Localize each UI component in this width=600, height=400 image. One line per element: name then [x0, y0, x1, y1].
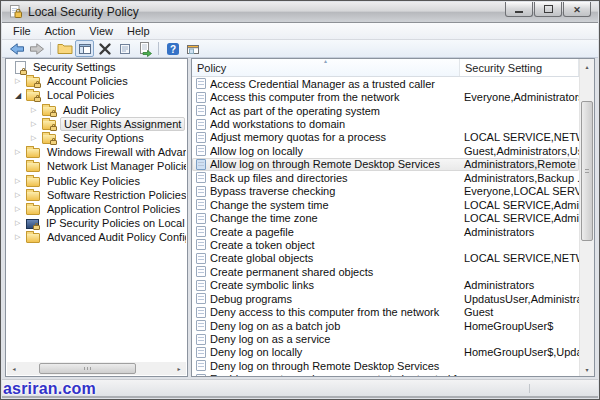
- back-button[interactable]: [7, 40, 26, 57]
- column-header-security-setting[interactable]: Security Setting: [460, 59, 579, 76]
- list-row-bypass-traverse-checking[interactable]: Bypass traverse checkingEveryone,LOCAL S…: [192, 185, 579, 198]
- policy-document-icon: [196, 360, 206, 371]
- tree-item-account-policies[interactable]: ▷Account Policies: [7, 74, 186, 88]
- tree-item-local-policies[interactable]: ◢Local Policies: [7, 88, 186, 102]
- list-row-change-the-system-time[interactable]: Change the system timeLOCAL SERVICE,Admi…: [192, 198, 579, 211]
- tree-item-advanced-audit-policy-configuration[interactable]: ▷Advanced Audit Policy Configuration: [7, 230, 186, 244]
- collapsed-expander-icon[interactable]: ▷: [15, 233, 26, 241]
- sort-ascending-icon: ▴: [324, 59, 327, 64]
- policy-document-icon: [196, 145, 206, 156]
- collapsed-expander-icon[interactable]: ▷: [15, 205, 26, 213]
- scroll-up-arrow-icon[interactable]: [580, 59, 594, 73]
- list-row-create-global-objects[interactable]: Create global objectsLOCAL SERVICE,NETWO…: [192, 252, 579, 265]
- help-button[interactable]: ?: [163, 40, 182, 57]
- scroll-left-arrow-icon[interactable]: [7, 362, 21, 375]
- list-row-access-credential-manager-as-a-trusted-cal[interactable]: Access Credential Manager as a trusted c…: [192, 77, 579, 90]
- list-row-create-permanent-shared-objects[interactable]: Create permanent shared objects: [192, 265, 579, 278]
- menu-help[interactable]: Help: [120, 24, 157, 38]
- collapsed-expander-icon[interactable]: ▷: [15, 77, 26, 85]
- export-list-button[interactable]: [135, 40, 154, 57]
- tree-item-security-settings[interactable]: Security Settings: [7, 60, 186, 74]
- menu-view[interactable]: View: [82, 24, 120, 38]
- policy-document-icon: [196, 226, 206, 237]
- horizontal-scroll-thumb[interactable]: [39, 363, 136, 374]
- vertical-scrollbar[interactable]: [579, 59, 594, 376]
- minimize-button[interactable]: [505, 2, 533, 17]
- collapsed-expander-icon[interactable]: ▷: [31, 106, 42, 114]
- lock-overlay-icon: [50, 140, 57, 145]
- policy-document-icon: [196, 186, 206, 197]
- tree-item-software-restriction-policies[interactable]: ▷Software Restriction Policies: [7, 188, 186, 202]
- tree-item-network-list-manager-policies[interactable]: Network List Manager Policies: [7, 159, 186, 173]
- collapsed-expander-icon[interactable]: ▷: [15, 191, 26, 199]
- list-row-allow-log-on-through-remote-desktop-servic[interactable]: Allow log on through Remote Desktop Serv…: [192, 158, 579, 171]
- list-row-deny-log-on-as-a-batch-job[interactable]: Deny log on as a batch jobHomeGroupUser$: [192, 319, 579, 332]
- list-row-allow-log-on-locally[interactable]: Allow log on locallyGuest,Administrators…: [192, 144, 579, 157]
- lock-overlay-icon: [50, 126, 57, 131]
- properties-button[interactable]: [115, 40, 134, 57]
- show-console-tree-button[interactable]: [75, 40, 94, 57]
- list-row-change-the-time-zone[interactable]: Change the time zoneLOCAL SERVICE,Admini…: [192, 211, 579, 224]
- policy-name: Adjust memory quotas for a process: [210, 131, 460, 143]
- menu-file[interactable]: File: [6, 24, 38, 38]
- policy-document-icon: [196, 239, 206, 250]
- list-row-add-workstations-to-domain[interactable]: Add workstations to domain: [192, 117, 579, 130]
- maximize-icon: [544, 5, 553, 13]
- list-row-create-symbolic-links[interactable]: Create symbolic linksAdministrators: [192, 279, 579, 292]
- list-row-deny-access-to-this-computer-from-the-netw[interactable]: Deny access to this computer from the ne…: [192, 305, 579, 318]
- list-row-create-a-pagefile[interactable]: Create a pagefileAdministrators: [192, 225, 579, 238]
- column-header-policy[interactable]: Policy ▴: [192, 59, 460, 76]
- tree-item-public-key-policies[interactable]: ▷Public Key Policies: [7, 174, 186, 188]
- tree-item-windows-firewall-with-advanced-security[interactable]: ▷Windows Firewall with Advanced Security: [7, 145, 186, 159]
- collapsed-expander-icon[interactable]: ▷: [31, 134, 42, 142]
- tree-item-label: Audit Policy: [60, 104, 123, 116]
- list-row-deny-log-on-through-remote-desktop-service[interactable]: Deny log on through Remote Desktop Servi…: [192, 359, 579, 372]
- policy-name: Allow log on through Remote Desktop Serv…: [210, 158, 460, 170]
- tree-item-label: Public Key Policies: [44, 175, 143, 187]
- tree-item-user-rights-assignment[interactable]: ▷User Rights Assignment: [7, 117, 186, 131]
- tree-item-ip-security-policies-on-local-computer[interactable]: ▷IP Security Policies on Local Computer: [7, 216, 186, 230]
- up-one-level-button[interactable]: [55, 40, 74, 57]
- horizontal-scroll-track[interactable]: [21, 362, 172, 375]
- scroll-right-arrow-icon[interactable]: [172, 362, 186, 375]
- list-row-enable-computer-and-user-accounts-to-be-tr[interactable]: Enable computer and user accounts to be …: [192, 373, 579, 376]
- tree-item-audit-policy[interactable]: ▷Audit Policy: [7, 103, 186, 117]
- close-icon: [573, 3, 581, 15]
- policy-list-pane: Policy ▴ Security Setting Access Credent…: [191, 58, 595, 377]
- list-row-create-a-token-object[interactable]: Create a token object: [192, 238, 579, 251]
- ipsec-icon: [26, 219, 39, 229]
- expanded-expander-icon[interactable]: ◢: [15, 91, 26, 100]
- horizontal-scrollbar[interactable]: [7, 362, 186, 375]
- list-row-debug-programs[interactable]: Debug programsUpdatusUser,Administra...: [192, 292, 579, 305]
- vertical-scroll-thumb[interactable]: [581, 101, 593, 241]
- tree-item-application-control-policies[interactable]: ▷Application Control Policies: [7, 202, 186, 216]
- close-button[interactable]: [563, 2, 591, 17]
- maximize-button[interactable]: [534, 2, 562, 17]
- list-row-adjust-memory-quotas-for-a-process[interactable]: Adjust memory quotas for a processLOCAL …: [192, 131, 579, 144]
- collapsed-expander-icon[interactable]: ▷: [15, 148, 26, 156]
- forward-button[interactable]: [27, 40, 46, 57]
- tree-item-security-options[interactable]: ▷Security Options: [7, 131, 186, 145]
- lock-overlay-icon: [34, 83, 41, 88]
- delete-button[interactable]: [95, 40, 114, 57]
- collapsed-expander-icon[interactable]: ▷: [15, 177, 26, 185]
- list-row-back-up-files-and-directories[interactable]: Back up files and directoriesAdministrat…: [192, 171, 579, 184]
- new-window-button[interactable]: [183, 40, 202, 57]
- policy-name: Access this computer from the network: [210, 91, 460, 103]
- policy-document-icon: [196, 132, 206, 143]
- menu-action[interactable]: Action: [38, 24, 83, 38]
- policy-name: Deny log on locally: [210, 346, 460, 358]
- vertical-scroll-track[interactable]: [580, 73, 594, 362]
- collapsed-expander-icon[interactable]: ▷: [31, 120, 42, 128]
- policy-name: Create a pagefile: [210, 226, 460, 238]
- list-row-access-this-computer-from-the-network[interactable]: Access this computer from the networkEve…: [192, 90, 579, 103]
- security-setting-value: Guest,Administrators,Us...: [460, 145, 579, 157]
- menu-bar: FileActionViewHelp: [2, 23, 598, 40]
- tree-item-label: IP Security Policies on Local Computer: [43, 217, 186, 229]
- list-row-deny-log-on-as-a-service[interactable]: Deny log on as a service: [192, 332, 579, 345]
- collapsed-expander-icon[interactable]: ▷: [15, 219, 26, 227]
- list-row-act-as-part-of-the-operating-system[interactable]: Act as part of the operating system: [192, 104, 579, 117]
- policy-document-icon: [196, 347, 206, 358]
- scroll-down-arrow-icon[interactable]: [580, 362, 594, 376]
- list-row-deny-log-on-locally[interactable]: Deny log on locallyHomeGroupUser$,Upda..…: [192, 346, 579, 359]
